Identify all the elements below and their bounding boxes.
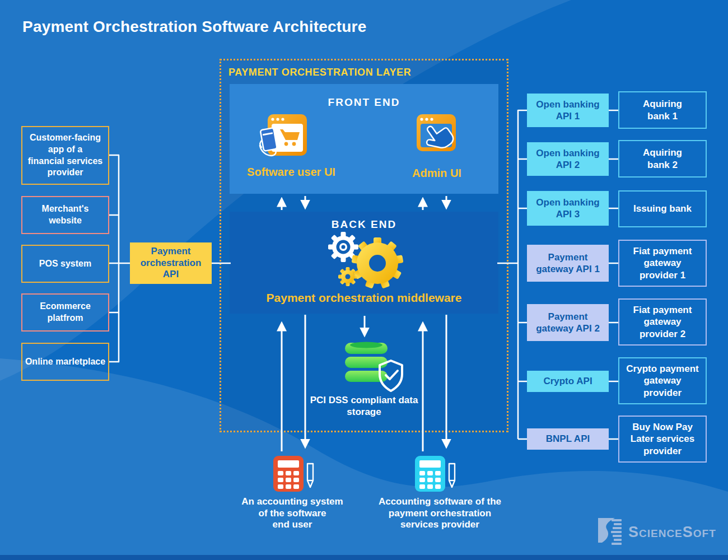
api-label: Payment gateway API 1	[529, 251, 607, 276]
api-box-crypto: Crypto API	[527, 371, 609, 392]
api-box-open-banking-2: Open banking API 2	[527, 142, 609, 176]
api-box-bnpl: BNPL API	[527, 428, 609, 450]
pencil-icon	[449, 464, 455, 487]
accounting-provider-label: Accounting software of the payment orche…	[368, 496, 511, 531]
provider-label: Buy Now Pay Later services provider	[626, 421, 699, 457]
calculator-icon-end-user	[272, 455, 316, 495]
infographic-canvas: Payment Orchestration Software Architect…	[0, 0, 728, 560]
front-end-heading: FRONT END	[230, 96, 498, 109]
channel-label: Ecommerce platfrom	[25, 301, 106, 324]
api-orch-label: Payment orchestration API	[132, 246, 209, 280]
admin-ui-label: Admin UI	[392, 167, 482, 180]
provider-box-bnpl-provider: Buy Now Pay Later services provider	[618, 416, 707, 463]
provider-label: Fiat payment gateway provider 2	[626, 304, 699, 340]
api-label: Open banking API 2	[529, 147, 607, 171]
channel-box-ecommerce-platform: Ecommerce platfrom	[21, 293, 109, 332]
page-title: Payment Orchestration Software Architect…	[22, 18, 470, 36]
api-label: Crypto API	[543, 375, 592, 387]
provider-box-crypto-gateway: Crypto payment gateway provider	[618, 357, 707, 404]
channel-box-online-marketplace: Online marletplace	[21, 343, 109, 381]
provider-box-aquiring-bank-1: Aquiring bank 1	[618, 91, 707, 129]
admin-ui-icon	[410, 112, 461, 164]
channel-box-customer-app: Customer-facing app of a financial servi…	[21, 126, 109, 185]
provider-label: Issuing bank	[633, 203, 692, 214]
storage-label: PCI DSS compliant data storage	[305, 394, 423, 418]
channel-label: Customer-facing app of a financial servi…	[28, 132, 102, 179]
gears-icon	[320, 228, 410, 295]
calculator-icon-provider	[414, 455, 458, 495]
sciencesoft-logo-icon	[597, 517, 623, 547]
channel-label: POS system	[39, 258, 91, 270]
provider-box-fiat-gateway-1: Fiat payment gateway provider 1	[618, 240, 707, 287]
api-box-payment-gateway-1: Payment gateway API 1	[527, 245, 609, 282]
sciencesoft-logo: ScienceSoft	[597, 517, 716, 547]
provider-box-issuing-bank: Issuing bank	[618, 190, 707, 227]
channel-box-pos-system: POS system	[21, 245, 109, 283]
provider-box-aquiring-bank-2: Aquiring bank 2	[618, 140, 707, 178]
api-label: Open banking API 1	[529, 99, 607, 123]
software-user-ui-label: Software user UI	[224, 166, 358, 179]
payment-orchestration-api-box: Payment orchestration API	[130, 242, 212, 284]
channel-box-merchant-website: Merchant's website	[21, 196, 109, 234]
layer-heading: PAYMENT ORCHESTRATION LAYER	[228, 67, 411, 78]
provider-label: Crypto payment gateway provider	[626, 363, 699, 399]
provider-label: Aquiring bank 2	[633, 147, 692, 171]
api-label: BNPL API	[546, 433, 590, 445]
secure-database-icon	[343, 340, 405, 394]
api-box-open-banking-3: Open banking API 3	[527, 191, 609, 226]
pencil-icon	[307, 464, 313, 487]
provider-label: Fiat payment gateway provider 1	[626, 245, 699, 281]
accounting-end-user-label: An accounting system of the software end…	[225, 496, 360, 531]
api-box-open-banking-1: Open banking API 1	[527, 94, 609, 127]
api-label: Open banking API 3	[529, 197, 607, 221]
channel-label: Merchant's website	[25, 203, 106, 227]
provider-label: Aquiring bank 1	[633, 98, 692, 122]
provider-box-fiat-gateway-2: Fiat payment gateway provider 2	[618, 298, 707, 346]
software-user-ui-icon	[256, 112, 308, 164]
api-label: Payment gateway API 2	[529, 311, 607, 335]
middleware-label: Payment orchestration middleware	[230, 291, 498, 305]
logo-text: ScienceSoft	[628, 524, 716, 541]
channel-label: Online marletplace	[25, 356, 105, 368]
api-box-payment-gateway-2: Payment gateway API 2	[527, 304, 609, 341]
